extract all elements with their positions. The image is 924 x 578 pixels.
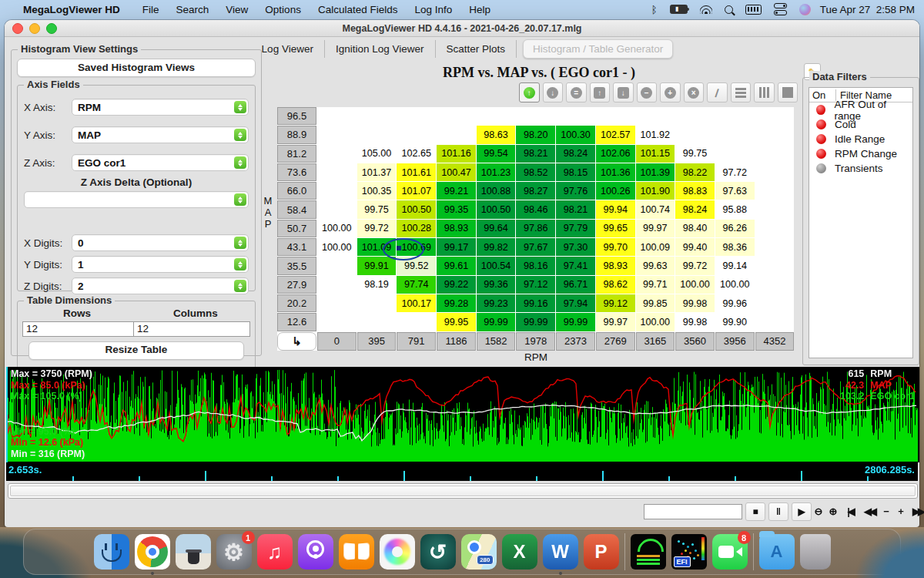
histogram-cell[interactable]: 100.88 — [477, 182, 516, 200]
dock-icon-mlv-scatter-window[interactable] — [671, 534, 707, 570]
histogram-cell[interactable]: 99.40 — [675, 238, 715, 256]
menu-item-help[interactable]: Help — [469, 4, 490, 15]
histogram-cell[interactable]: 101.39 — [636, 163, 675, 181]
column-header[interactable]: 791 — [397, 332, 436, 351]
dock-icon-chrome[interactable] — [135, 534, 170, 570]
histogram-cell[interactable]: 100.00 — [715, 276, 755, 294]
histogram-cell[interactable]: 99.22 — [437, 276, 476, 294]
histogram-cell[interactable]: 98.21 — [556, 200, 595, 218]
column-header[interactable]: 1582 — [477, 332, 516, 351]
row-header[interactable]: 12.6 — [277, 313, 316, 331]
menu-item-options[interactable]: Options — [265, 4, 301, 15]
z-axis-select[interactable]: EGO cor1 — [72, 154, 249, 171]
timeline[interactable]: 2.653s. 2806.285s. — [6, 462, 918, 481]
column-header[interactable]: 4352 — [755, 332, 795, 351]
histogram-cell[interactable]: 98.15 — [556, 163, 595, 181]
row-header[interactable]: 58.4 — [277, 200, 316, 218]
histogram-cell[interactable]: 100.17 — [397, 294, 436, 312]
histogram-cell[interactable]: 101.90 — [636, 182, 675, 200]
columns-view-button[interactable] — [754, 82, 775, 102]
histogram-cell[interactable] — [755, 200, 795, 218]
histogram-cell[interactable]: 97.74 — [397, 276, 436, 294]
row-header[interactable]: 73.6 — [277, 163, 316, 181]
histogram-cell[interactable] — [317, 200, 357, 218]
skip-start-button[interactable]: |◀ — [841, 502, 859, 519]
histogram-cell[interactable]: 100.30 — [556, 126, 595, 143]
pause-button[interactable]: ‖ — [768, 502, 788, 521]
zoom-in-button[interactable]: ⊕ — [826, 502, 840, 519]
filter-row[interactable]: Idle Range — [809, 132, 912, 146]
app-menu-title[interactable]: MegaLogViewer HD — [23, 4, 120, 15]
histogram-cell[interactable]: 101.15 — [636, 145, 675, 163]
histogram-cell[interactable] — [437, 126, 476, 143]
rewind-button[interactable]: ◀◀ — [860, 502, 879, 519]
histogram-cell[interactable]: 100.35 — [357, 182, 397, 200]
dock-icon-preview[interactable] — [176, 534, 211, 570]
histogram-cell[interactable]: 101.61 — [397, 163, 436, 181]
histogram-cell[interactable] — [675, 126, 715, 143]
histogram-cell[interactable]: 97.72 — [715, 163, 755, 181]
window-titlebar[interactable]: MegaLogViewer HD 4.4.16 - 2021-04-26_20.… — [5, 20, 919, 37]
stop-button[interactable]: ■ — [745, 502, 765, 521]
rows-input[interactable]: 12 — [22, 321, 139, 337]
histogram-cell[interactable] — [755, 145, 795, 163]
menu-item-search[interactable]: Search — [176, 4, 209, 15]
histogram-cell[interactable] — [596, 107, 635, 125]
histogram-cell[interactable]: 101.07 — [397, 182, 436, 200]
histogram-cell[interactable] — [715, 126, 755, 143]
histogram-cell[interactable]: 100.50 — [397, 200, 436, 218]
dock-icon-books[interactable] — [339, 534, 374, 570]
histogram-cell[interactable]: 99.98 — [675, 313, 715, 331]
wifi-icon[interactable] — [700, 5, 712, 14]
histogram-cell[interactable]: 99.96 — [715, 294, 755, 312]
row-header[interactable]: 35.5 — [277, 257, 316, 274]
dock-icon-photos[interactable] — [380, 534, 415, 570]
histogram-cell[interactable]: 97.41 — [556, 257, 595, 274]
minus-button[interactable]: − — [879, 502, 893, 519]
row-header[interactable]: 27.9 — [277, 276, 316, 294]
histogram-cell[interactable]: 100.26 — [596, 182, 635, 200]
histogram-cell[interactable] — [357, 294, 397, 312]
equalize-button[interactable]: = — [566, 82, 587, 102]
histogram-cell[interactable] — [317, 313, 357, 331]
filter-row[interactable]: RPM Change — [809, 146, 912, 161]
histogram-cell[interactable]: 100.09 — [636, 238, 675, 256]
histogram-cell[interactable]: 99.14 — [715, 257, 755, 274]
histogram-cell[interactable]: 99.85 — [636, 294, 675, 312]
histogram-cell[interactable]: 100.28 — [397, 220, 436, 237]
histogram-cell[interactable]: 99.64 — [477, 220, 516, 237]
column-header[interactable]: 3956 — [715, 332, 755, 351]
menu-item-view[interactable]: View — [226, 4, 248, 15]
clear-button[interactable]: × — [684, 82, 705, 102]
histogram-cell[interactable]: 100.00 — [636, 313, 675, 331]
battery-icon[interactable]: ▮ — [670, 5, 688, 14]
filter-row[interactable]: Transients — [809, 161, 912, 176]
rows-view-button[interactable] — [731, 82, 752, 102]
on-column-header[interactable]: On — [809, 89, 836, 101]
histogram-cell[interactable]: 98.20 — [516, 126, 555, 143]
histogram-cell[interactable] — [357, 126, 397, 143]
histogram-cell[interactable] — [755, 257, 795, 274]
histogram-cell[interactable]: 98.24 — [556, 145, 595, 163]
histogram-cell[interactable]: 100.00 — [675, 276, 715, 294]
histogram-cell[interactable]: 99.71 — [636, 276, 675, 294]
histogram-cell[interactable] — [397, 126, 436, 143]
histogram-cell[interactable]: 99.65 — [596, 220, 635, 237]
histogram-cell[interactable]: 101.37 — [357, 163, 397, 181]
reject-down-button[interactable]: ↓ — [543, 82, 564, 102]
dock-icon-applications-folder[interactable] — [759, 534, 795, 570]
histogram-cell[interactable] — [317, 294, 357, 312]
plus-button[interactable]: + — [894, 502, 908, 519]
filter-led-red[interactable] — [816, 134, 826, 144]
edit-pencil-button[interactable]: / — [707, 82, 728, 102]
x-digits-select[interactable]: 0 — [72, 234, 249, 251]
histogram-cell[interactable]: 97.67 — [516, 238, 555, 256]
dock-icon-trash[interactable] — [800, 534, 831, 570]
dock-icon-time-machine[interactable]: ↺ — [420, 534, 456, 570]
column-header[interactable]: 2769 — [596, 332, 635, 351]
histogram-cell[interactable]: 95.88 — [715, 200, 755, 218]
battery-widget-icon[interactable] — [745, 5, 762, 15]
histogram-cell[interactable]: 98.24 — [675, 200, 715, 218]
histogram-cell[interactable]: 99.17 — [437, 238, 476, 256]
histogram-cell[interactable]: 97.12 — [516, 276, 555, 294]
